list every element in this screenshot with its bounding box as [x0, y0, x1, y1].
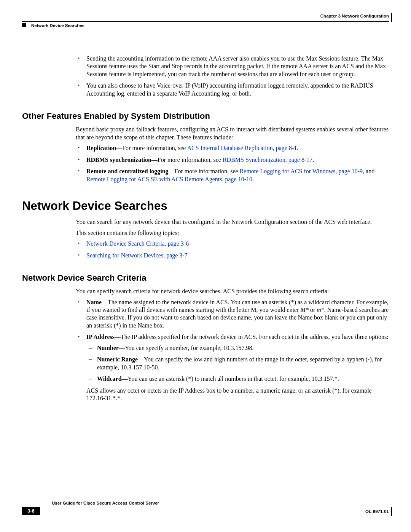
text: .: [312, 157, 314, 163]
topic-link-list: Network Device Search Criteria, page 3-6…: [76, 240, 389, 259]
page-number-box: 3-6: [22, 507, 40, 515]
criteria-name: IP Address: [86, 334, 115, 340]
intro-bullet-list: Sending the accounting information to th…: [76, 55, 389, 97]
text: .: [252, 176, 254, 182]
link[interactable]: Remote Logging for ACS SE with ACS Remot…: [86, 176, 252, 182]
list-item: IP Address—The IP address specified for …: [76, 333, 389, 402]
italic-text: m*: [317, 307, 324, 313]
list-item: Name—The name assigned to the network de…: [76, 299, 389, 330]
paragraph: This section contains the following topi…: [76, 229, 389, 237]
page-content: Sending the accounting information to th…: [22, 24, 389, 403]
criteria-name: Name: [86, 299, 102, 305]
italic-text: M*: [301, 307, 309, 313]
list-item: RDBMS synchronization—For more informati…: [76, 156, 389, 164]
text: or: [309, 307, 317, 313]
link[interactable]: ACS Internal Database Replication, page …: [187, 145, 297, 151]
list-item: Searching for Network Devices, page 3-7: [76, 252, 389, 259]
criteria-list: Name—The name assigned to the network de…: [76, 299, 389, 403]
book-title: User Guide for Cisco Secure Access Contr…: [52, 501, 159, 505]
list-item: Wildcard—You can use an asterisk (*) to …: [86, 375, 389, 383]
page-footer: User Guide for Cisco Secure Access Contr…: [22, 501, 389, 518]
section-label: Network Device Searches: [31, 23, 84, 28]
page: Chapter 3 Network Configuration Network …: [0, 0, 411, 532]
text: —For more information, see: [169, 168, 240, 174]
feature-name: Remote and centralized logging: [86, 168, 169, 174]
header-right-bar: [391, 13, 392, 22]
link[interactable]: RDBMS Synchronization, page 8-17: [223, 157, 312, 163]
sub-option-list: Number—You can specify a number, for exa…: [86, 344, 389, 383]
page-header: Chapter 3 Network Configuration Network …: [22, 13, 389, 24]
heading-search-criteria: Network Device Search Criteria: [22, 273, 389, 283]
text: .: [297, 145, 298, 151]
text: —You can use an asterisk (*) to match al…: [122, 375, 339, 382]
feature-list: Replication—For more information, see AC…: [76, 144, 389, 183]
text: —The IP address specified for the networ…: [115, 334, 389, 340]
paragraph: ACS allows any octet or octets in the IP…: [86, 387, 389, 403]
link[interactable]: Remote Logging for ACS for Windows, page…: [240, 168, 363, 174]
list-item: Remote and centralized logging—For more …: [76, 168, 389, 183]
chapter-label: Chapter 3 Network Configuration: [320, 14, 389, 18]
option-name: Number: [97, 345, 119, 351]
option-name: Wildcard: [97, 375, 122, 382]
paragraph: You can specify search criteria for netw…: [76, 288, 389, 295]
link[interactable]: Network Device Search Criteria, page 3-6: [86, 240, 189, 247]
doc-code: OL-9971-01: [365, 509, 389, 514]
paragraph: You can search for any network device th…: [76, 218, 389, 226]
header-rule: [22, 21, 389, 22]
heading-other-features: Other Features Enabled by System Distrib…: [22, 111, 389, 121]
list-item: Replication—For more information, see AC…: [76, 144, 389, 152]
feature-name: RDBMS synchronization: [86, 157, 151, 163]
text: —For more information, see: [151, 157, 223, 163]
link[interactable]: Searching for Network Devices, page 3-7: [86, 252, 188, 259]
header-square-icon: [22, 23, 26, 27]
list-item: Sending the accounting information to th…: [76, 55, 389, 78]
paragraph: Beyond basic proxy and fallback features…: [76, 126, 389, 141]
list-item: You can also choose to have Voice-over-I…: [76, 82, 389, 97]
feature-name: Replication: [86, 145, 116, 151]
list-item: Network Device Search Criteria, page 3-6: [76, 240, 389, 248]
list-item: Numeric Range—You can specify the low an…: [86, 356, 389, 371]
text: —You can specify a number, for example, …: [119, 345, 254, 351]
list-item: Number—You can specify a number, for exa…: [86, 344, 389, 352]
footer-right-bar: [391, 507, 392, 516]
text: , and: [363, 168, 374, 174]
footer-rule: [46, 507, 389, 507]
text: —For more information, see: [116, 145, 187, 151]
option-name: Numeric Range: [97, 356, 138, 363]
text: —You can specify the low and high number…: [97, 356, 382, 370]
heading-network-device-searches: Network Device Searches: [22, 199, 389, 213]
